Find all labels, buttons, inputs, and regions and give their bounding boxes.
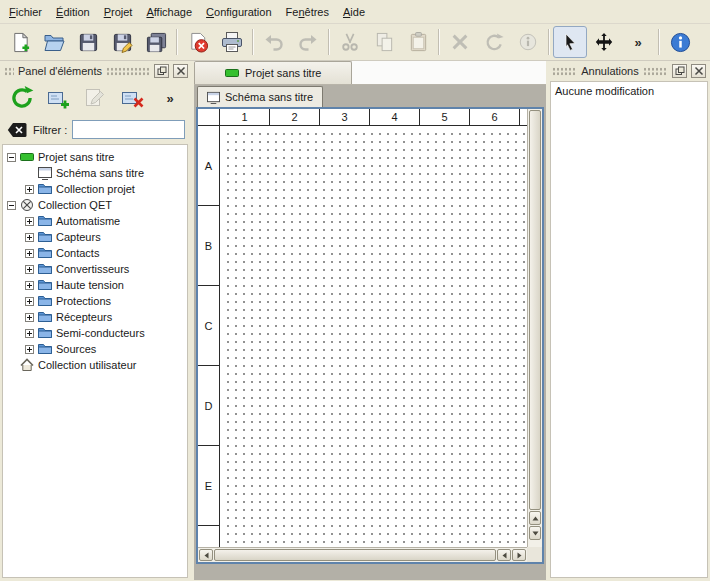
tree-item-convertisseurs[interactable]: Convertisseurs — [3, 261, 187, 277]
diagram-canvas[interactable]: 123456 ABCDE — [198, 109, 527, 547]
scroll-left-button[interactable] — [199, 549, 213, 561]
expander-plus-icon[interactable] — [25, 217, 34, 226]
clear-filter-icon — [7, 122, 27, 138]
close-project-button[interactable] — [181, 26, 215, 58]
tree-item-recepteurs[interactable]: Récepteurs — [3, 309, 187, 325]
expander-minus-icon[interactable] — [7, 153, 16, 162]
redo-button[interactable] — [291, 26, 325, 58]
tree-item-semi-conducteurs[interactable]: Semi-conducteurs — [3, 325, 187, 341]
elements-tree: Projet sans titreSchéma sans titreCollec… — [2, 144, 188, 578]
tree-item-contacts[interactable]: Contacts — [3, 245, 187, 261]
menu-label-post: dition — [63, 6, 89, 18]
tree-item-sources[interactable]: Sources — [3, 341, 187, 357]
pan-mode-button[interactable] — [587, 26, 621, 58]
horizontal-scrollbar[interactable] — [198, 547, 527, 562]
edit-properties-button[interactable] — [511, 26, 545, 58]
save-project-button[interactable] — [71, 26, 105, 58]
new-element-button[interactable] — [44, 83, 74, 113]
tree-item-collection-projet[interactable]: Collection projet — [3, 181, 187, 197]
scroll-left-button-2[interactable] — [497, 549, 511, 561]
expander-plus-icon[interactable] — [25, 185, 34, 194]
toolbar-separator — [176, 29, 178, 55]
dock-handle[interactable] — [552, 67, 577, 76]
select-mode-button[interactable] — [553, 26, 587, 58]
tree-item-projet-sans-titre[interactable]: Projet sans titre — [3, 149, 187, 165]
dock-handle[interactable] — [106, 67, 150, 76]
filter-input[interactable] — [72, 120, 185, 139]
menu-edition[interactable]: Édition — [49, 1, 97, 23]
expander-plus-icon[interactable] — [25, 281, 34, 290]
print-button[interactable] — [215, 26, 249, 58]
scroll-down-button[interactable] — [529, 526, 541, 540]
expander-plus-icon[interactable] — [25, 233, 34, 242]
tree-item-haute-tension[interactable]: Haute tension — [3, 277, 187, 293]
delete-element-button[interactable] — [118, 83, 148, 113]
scroll-right-button[interactable] — [512, 549, 526, 561]
scroll-up-button[interactable] — [529, 511, 541, 525]
reload-collections-button[interactable] — [7, 83, 37, 113]
dock-handle[interactable] — [4, 67, 14, 76]
folder-icon — [38, 246, 52, 260]
menu-affichage[interactable]: Affichage — [139, 1, 199, 23]
arrow-left-icon — [202, 551, 211, 560]
new-project-button[interactable] — [3, 26, 37, 58]
float-dock-button[interactable] — [154, 64, 169, 78]
edit-element-button[interactable] — [81, 83, 111, 113]
undo-button[interactable] — [257, 26, 291, 58]
diagram-grid[interactable] — [221, 127, 527, 547]
vertical-scrollbar[interactable] — [527, 109, 542, 547]
menu-fenetres[interactable]: Fenêtres — [279, 1, 336, 23]
panel-toolbar-overflow-button[interactable]: » — [155, 83, 185, 113]
info-blue-icon — [670, 32, 691, 53]
expander-plus-icon[interactable] — [25, 345, 34, 354]
folder-icon — [38, 342, 52, 356]
expander-plus-icon[interactable] — [25, 313, 34, 322]
menu-label-mnemonic: P — [104, 6, 111, 18]
clear-filter-button[interactable] — [6, 121, 28, 138]
cut-button[interactable] — [333, 26, 367, 58]
about-qet-button[interactable] — [663, 26, 697, 58]
row-label: E — [198, 446, 219, 526]
expander-plus-icon[interactable] — [25, 329, 34, 338]
menu-projet[interactable]: Projet — [97, 1, 140, 23]
schema-tab-bar: Schéma sans titre — [196, 85, 544, 107]
rotate-selection-button[interactable] — [477, 26, 511, 58]
overflow-icon: » — [634, 36, 641, 49]
undo-dock: Annulations Aucune modification — [550, 61, 710, 580]
menu-label-post: ffichage — [154, 6, 192, 18]
menu-configuration[interactable]: Configuration — [199, 1, 278, 23]
menu-fichier[interactable]: Fichier — [2, 1, 49, 23]
float-dock-button[interactable] — [672, 64, 687, 78]
dock-handle[interactable] — [643, 67, 668, 76]
tab-project[interactable]: Projet sans titre — [194, 61, 352, 84]
delete-selection-button[interactable] — [443, 26, 477, 58]
tab-schema[interactable]: Schéma sans titre — [197, 86, 323, 107]
expander-plus-icon[interactable] — [25, 297, 34, 306]
tree-item-collection-utilisateur[interactable]: Collection utilisateur — [3, 357, 187, 373]
new-file-icon — [10, 32, 31, 53]
expander-plus-icon[interactable] — [25, 249, 34, 258]
close-dock-button[interactable] — [173, 64, 188, 78]
undo-list[interactable]: Aucune modification — [550, 81, 708, 578]
copy-button[interactable] — [367, 26, 401, 58]
hscroll-thumb[interactable] — [214, 549, 496, 561]
expander-minus-icon[interactable] — [7, 201, 16, 210]
open-project-button[interactable] — [37, 26, 71, 58]
vscroll-track-end[interactable] — [529, 541, 541, 546]
arrow-down-icon — [531, 529, 540, 538]
column-label: 6 — [470, 109, 520, 125]
tree-item-automatisme[interactable]: Automatisme — [3, 213, 187, 229]
tree-item-capteurs[interactable]: Capteurs — [3, 229, 187, 245]
toolbar-overflow-button[interactable]: » — [621, 26, 655, 58]
tree-item-schema-sans-titre[interactable]: Schéma sans titre — [3, 165, 187, 181]
paste-button[interactable] — [401, 26, 435, 58]
tree-item-collection-qet[interactable]: Collection QET — [3, 197, 187, 213]
tree-item-protections[interactable]: Protections — [3, 293, 187, 309]
close-dock-button[interactable] — [691, 64, 706, 78]
save-project-as-button[interactable] — [105, 26, 139, 58]
menu-aide[interactable]: Aide — [336, 1, 372, 23]
vscroll-thumb[interactable] — [529, 110, 541, 510]
save-all-button[interactable] — [139, 26, 173, 58]
menu-bar: FichierÉditionProjetAffichageConfigurati… — [0, 0, 710, 24]
expander-plus-icon[interactable] — [25, 265, 34, 274]
